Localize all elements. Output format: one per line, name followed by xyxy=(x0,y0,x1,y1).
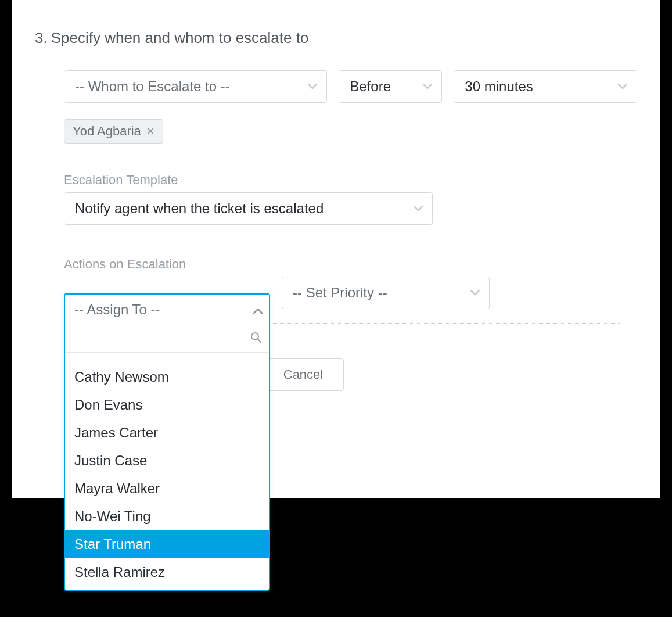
svg-line-1 xyxy=(258,339,261,342)
set-priority-placeholder: -- Set Priority -- xyxy=(293,285,387,301)
cancel-button-label: Cancel xyxy=(283,367,323,382)
step-number: 3. xyxy=(35,29,48,46)
dropdown-option[interactable]: Mayra Walker xyxy=(65,475,269,503)
escalatee-chip-label: Yod Agbaria xyxy=(73,124,141,139)
chevron-down-icon xyxy=(422,81,433,92)
duration-value: 30 minutes xyxy=(465,78,533,95)
timing-select[interactable]: Before xyxy=(339,70,442,103)
step-title: Specify when and whom to escalate to xyxy=(51,29,309,46)
dropdown-option[interactable]: James Carter xyxy=(65,419,269,447)
dropdown-search-row xyxy=(65,325,269,353)
dropdown-option-list: Cathy NewsomDon EvansJames CarterJustin … xyxy=(65,353,269,590)
dropdown-option[interactable]: Don Evans xyxy=(65,391,269,419)
step-heading: 3.Specify when and whom to escalate to xyxy=(35,29,637,47)
remove-chip-icon[interactable]: × xyxy=(147,125,154,138)
template-row: Notify agent when the ticket is escalate… xyxy=(64,192,637,225)
dropdown-option[interactable]: No-Wei Ting xyxy=(65,503,269,530)
assign-to-placeholder: -- Assign To -- xyxy=(74,302,160,318)
assign-to-select-header[interactable]: -- Assign To -- xyxy=(65,295,269,325)
dropdown-option[interactable]: Cathy Newsom xyxy=(65,363,269,391)
chevron-up-icon xyxy=(253,302,263,318)
dropdown-option[interactable]: Justin Case xyxy=(65,447,269,475)
assign-to-select-open[interactable]: -- Assign To -- Cathy NewsomDon EvansJam… xyxy=(64,293,270,591)
chevron-down-icon xyxy=(469,287,481,299)
escalatee-chip: Yod Agbaria × xyxy=(64,119,163,144)
escalate-row: -- Whom to Escalate to -- Before 30 minu… xyxy=(64,70,637,103)
timing-value: Before xyxy=(350,78,391,95)
chevron-down-icon xyxy=(617,81,628,92)
search-icon xyxy=(250,332,262,346)
selected-escalatees: Yod Agbaria × xyxy=(64,119,637,144)
actions-label: Actions on Escalation xyxy=(64,257,637,272)
dropdown-option[interactable]: Star Truman xyxy=(65,530,269,558)
chevron-down-icon xyxy=(307,81,318,92)
template-label: Escalation Template xyxy=(64,173,637,188)
cancel-button[interactable]: Cancel xyxy=(263,358,344,391)
escalation-template-select[interactable]: Notify agent when the ticket is escalate… xyxy=(64,192,433,225)
chevron-down-icon xyxy=(412,203,424,214)
whom-to-escalate-placeholder: -- Whom to Escalate to -- xyxy=(75,78,230,95)
whom-to-escalate-select[interactable]: -- Whom to Escalate to -- xyxy=(64,70,327,103)
dropdown-option[interactable]: Stella Ramirez xyxy=(65,558,269,586)
svg-point-0 xyxy=(251,333,258,340)
set-priority-select[interactable]: -- Set Priority -- xyxy=(282,277,490,309)
assign-to-dropdown: -- Assign To -- Cathy NewsomDon EvansJam… xyxy=(64,293,270,591)
duration-select[interactable]: 30 minutes xyxy=(454,70,637,103)
dropdown-search-input[interactable] xyxy=(74,332,262,346)
escalation-template-value: Notify agent when the ticket is escalate… xyxy=(75,200,324,217)
